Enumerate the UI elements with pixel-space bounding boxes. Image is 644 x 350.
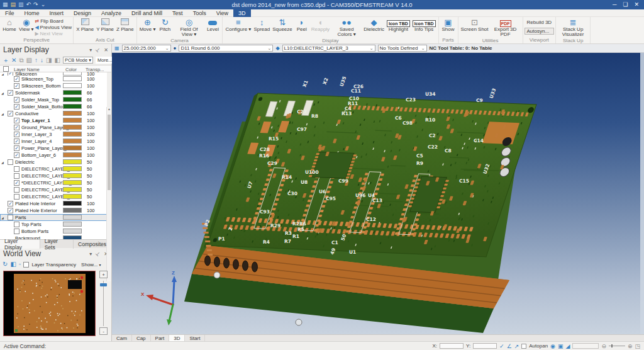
move-down-icon[interactable]: ↓ [40, 57, 43, 64]
layer-color-swatch[interactable] [63, 222, 82, 227]
customize-quick-access-icon[interactable]: ⌄ [41, 2, 46, 8]
blank-fill-icon[interactable]: ◨ [46, 57, 52, 64]
viewport-3d[interactable]: X1X2U35C26C11C10R11C4R13C23U34C9U33C27R8… [112, 53, 644, 334]
x-coordinate-input[interactable] [440, 343, 464, 349]
apply-coordinate-icon[interactable]: ✓ [499, 343, 504, 349]
z-plane-button[interactable]: Z Plane [115, 18, 135, 32]
layer-row-dielectric[interactable]: ◢Dielectric50 [0, 159, 107, 166]
layer-color-swatch[interactable] [63, 145, 82, 150]
layer-color-swatch[interactable] [63, 83, 82, 88]
panel-tab-layer-display[interactable]: Layer Display [0, 240, 40, 249]
layer-color-swatch[interactable] [63, 194, 82, 199]
expand-icon[interactable]: ◢ [1, 216, 4, 220]
layer-row-bottom-layer-6[interactable]: ✓Bottom_Layer_6100 [0, 152, 107, 159]
y-plane-button[interactable]: Y Plane [95, 18, 115, 32]
saved-colors-button[interactable]: ●●Saved Colors ▾ [331, 18, 362, 38]
refresh-view-icon[interactable]: ↻ [3, 261, 8, 268]
layer-row-power-plane-layer-5[interactable]: ✓Power_Plane_Layer_5100 [0, 145, 107, 152]
layer-row-dielectric-layer-1[interactable]: DIELECTRIC_LAYER_150 [0, 166, 107, 172]
layer-row-silkscreen-bottom[interactable]: ✓Silkscreen_Bottom100 [0, 82, 107, 89]
level-button[interactable]: Level [204, 18, 221, 32]
home-button[interactable]: ⌂Home [1, 18, 18, 32]
viewport-tab-cam[interactable]: Cam [112, 335, 132, 342]
layer-row-dielectric-layer-4[interactable]: DIELECTRIC_LAYER_450 [0, 186, 107, 193]
layer-row-inner-layer-3[interactable]: ✓Inner_Layer_3100 [0, 131, 107, 138]
layer-color-swatch[interactable] [63, 104, 82, 109]
view-button[interactable]: ◉View ▾ [18, 18, 35, 32]
chevron-down-icon[interactable]: ▾ [89, 251, 92, 257]
world-view-thumbnail[interactable] [3, 271, 96, 336]
viewport-tab-cap[interactable]: Cap [132, 335, 151, 342]
layer-color-swatch[interactable] [63, 215, 82, 220]
menu-tab-analyze[interactable]: Analyze [96, 9, 126, 17]
screen-shot-button[interactable]: ⊡Screen Shot [460, 18, 490, 32]
layer-visibility-checkbox[interactable] [8, 215, 13, 220]
flip-board-button[interactable]: ⇄Flip Board [35, 18, 72, 24]
layer-row-top-parts[interactable]: Top Parts [0, 221, 107, 228]
layer-color-swatch[interactable] [63, 132, 82, 137]
menu-tab-file[interactable]: File [0, 9, 19, 17]
sketch-mode-icon[interactable]: ◢ [565, 343, 570, 349]
layer-visibility-checkbox[interactable]: ✓ [8, 111, 13, 116]
layer-row-solder-mask-bottom[interactable]: ✓Solder_Mask_Bottom66 [0, 103, 107, 110]
zoom-in-button[interactable]: + [99, 271, 108, 278]
layer-row-dielectric-layer-5[interactable]: DIELECTRIC_LAYER_550 [0, 193, 107, 200]
column-transp[interactable]: Transp... [86, 67, 104, 72]
layer-row-inner-layer-4[interactable]: ✓Inner_Layer_4100 [0, 138, 107, 145]
toolbar-combo-3[interactable]: No Tools Defined⌄ [378, 45, 427, 52]
layer-row-parts[interactable]: ◢Parts [0, 214, 107, 221]
layer-visibility-checkbox[interactable]: ✓ [14, 180, 19, 186]
fit-view-icon[interactable]: ◳ [635, 343, 640, 349]
layer-visibility-checkbox[interactable]: ✓ [14, 125, 19, 130]
viewport-tab-start[interactable]: Start [185, 335, 205, 342]
layer-row-top-layer-1[interactable]: ✓Top_Layer_1100 [0, 117, 107, 124]
layer-visibility-checkbox[interactable]: ✓ [8, 208, 13, 213]
menu-tab-view[interactable]: View [211, 9, 233, 17]
layer-color-swatch[interactable] [63, 97, 82, 102]
layer-color-swatch[interactable] [63, 152, 82, 157]
move-button[interactable]: ⊕Move ▾ [138, 18, 157, 32]
layer-color-swatch[interactable] [63, 90, 82, 95]
layer-color-swatch[interactable] [63, 173, 82, 178]
toolbar-combo-2[interactable]: L10:DIELECTRIC_LAYER_3⌄ [282, 45, 375, 52]
viewport-tab-part[interactable]: Part [151, 335, 170, 342]
layer-row-bottom-parts[interactable]: Bottom Parts [0, 228, 107, 235]
layer-visibility-checkbox[interactable]: ✓ [14, 76, 19, 82]
chevron-down-icon[interactable]: ▾ [89, 47, 92, 53]
pitch-button[interactable]: ↻Pitch [157, 18, 173, 32]
menu-tab-drill-and-mill[interactable]: Drill and Mill [126, 9, 167, 17]
layer-transparency-checkbox[interactable] [23, 262, 29, 268]
paste-layer-icon[interactable]: ▧ [26, 57, 32, 64]
pin-icon[interactable]: ⊥ [94, 250, 101, 257]
menu-tab-insert[interactable]: Insert [45, 9, 69, 17]
layer-visibility-checkbox[interactable]: ✓ [14, 118, 19, 123]
layer-visibility-checkbox[interactable] [14, 194, 19, 200]
save-icon[interactable]: ▥ [18, 2, 24, 8]
add-layer-icon[interactable]: ＋ [3, 57, 9, 64]
layer-visibility-checkbox[interactable]: ✓ [14, 145, 19, 151]
layer-color-swatch[interactable] [63, 187, 82, 192]
layer-row-solder-mask-top[interactable]: ✓Solder_Mask_Top66 [0, 96, 107, 103]
layer-color-swatch[interactable] [63, 229, 82, 234]
dielectric-button[interactable]: ◆Dielectric [362, 18, 386, 32]
close-icon[interactable]: ✕ [634, 1, 639, 8]
menu-tab-home[interactable]: Home [19, 9, 45, 17]
autopan-checkbox[interactable] [521, 344, 526, 349]
layer-visibility-checkbox[interactable] [14, 173, 19, 179]
layer-color-swatch[interactable] [63, 76, 82, 81]
layer-row-background[interactable]: Background [0, 235, 107, 239]
layer-color-swatch[interactable] [63, 235, 82, 239]
menu-tab-test[interactable]: Test [167, 9, 188, 17]
expand-icon[interactable]: ◢ [1, 112, 4, 116]
field-of-view-button[interactable]: ◎Field Of View ▾ [173, 18, 204, 38]
expand-icon[interactable]: ◢ [1, 91, 4, 95]
layer-visibility-checkbox[interactable] [14, 222, 19, 227]
autosyn-button[interactable]: Autosyn... [525, 28, 555, 35]
layer-visibility-checkbox[interactable] [8, 159, 13, 165]
show-button[interactable]: ▣Show [440, 18, 457, 32]
layer-color-swatch[interactable] [63, 138, 82, 144]
layer-scrollbar[interactable]: ▲ [106, 107, 111, 281]
copy-view-icon[interactable]: ◧ [10, 261, 16, 268]
layer-color-swatch[interactable] [63, 208, 82, 213]
column-color[interactable]: Color [65, 67, 77, 72]
